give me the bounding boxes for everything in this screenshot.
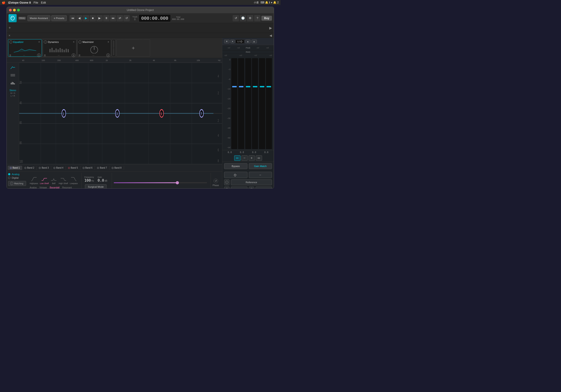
eq-list-icon[interactable]: ☰ — [9, 54, 11, 57]
dyn-s-button[interactable]: S — [72, 53, 75, 57]
style-vintage-button[interactable]: Vintage — [39, 186, 47, 189]
close-track-button[interactable]: × — [9, 34, 10, 37]
matching-button[interactable]: i Matching — [8, 181, 26, 186]
max-dots-icon[interactable]: ··· — [92, 54, 94, 57]
presets-button[interactable]: ≡ Presets — [51, 15, 67, 21]
eq-tool-spectrum[interactable] — [10, 64, 16, 71]
gain-match-button[interactable]: Gain Match — [249, 163, 272, 169]
max-info-icon[interactable]: i — [78, 41, 82, 43]
eq-close-button[interactable]: × — [38, 41, 41, 43]
minimize-button[interactable] — [13, 9, 16, 11]
output-right-l-fader[interactable] — [260, 86, 264, 87]
lowpass-filter-button[interactable]: Lowpass — [70, 176, 78, 185]
sync-button[interactable]: ↺ — [123, 15, 130, 21]
max-s-button[interactable]: S — [106, 53, 110, 57]
phase-reset-button[interactable]: ↺ — [214, 179, 218, 183]
highpass-filter-button[interactable]: Highpass — [30, 176, 38, 185]
output-left-r-fader[interactable] — [253, 86, 257, 87]
style-resonant-button[interactable]: Resonant — [62, 186, 72, 189]
band-7-button[interactable]: Band 7 — [95, 166, 109, 170]
max-close-button[interactable]: × — [107, 41, 110, 43]
play2-button[interactable]: ▶ — [97, 15, 103, 21]
surgical-mode-button[interactable]: Surgical Mode — [85, 184, 107, 189]
band-6-button[interactable]: Band 6 — [80, 166, 95, 170]
eq-tool-bars[interactable] — [10, 80, 16, 86]
codec-info-icon[interactable]: i — [224, 186, 229, 189]
band-1-label: Band 1 — [13, 167, 20, 169]
link-icon-button[interactable] — [224, 172, 248, 178]
analog-radio-button[interactable]: Analog — [8, 173, 26, 175]
buy-button[interactable]: Buy — [261, 16, 272, 21]
rewind-button[interactable]: ⏮ — [69, 15, 76, 21]
gain-slider[interactable] — [114, 182, 207, 183]
plus-button[interactable]: + — [248, 155, 255, 161]
minus-button[interactable]: − — [241, 155, 248, 161]
dither-button[interactable]: Dither — [256, 186, 272, 189]
max-list-icon[interactable]: ☰ — [78, 54, 80, 57]
digital-radio-button[interactable]: Digital — [8, 176, 26, 179]
meter-up2-button[interactable]: ▲ — [251, 40, 257, 43]
col-inf-1: -Inf — [224, 47, 233, 49]
eq-grid[interactable]: 20 40 60 80 100 4 2 2 4 6 8 — [19, 63, 222, 164]
back-button[interactable]: ◀ — [76, 15, 83, 21]
bell-filter-button[interactable]: Bell — [51, 176, 57, 185]
forward-button[interactable]: ⏭ — [110, 15, 116, 21]
pause-button[interactable]: ⏸ — [103, 15, 109, 21]
eq-dots-icon[interactable]: ··· — [23, 54, 25, 57]
style-baxandall-button[interactable]: Baxandall — [50, 186, 60, 189]
loop-button[interactable]: ⇄ — [117, 15, 123, 21]
meter-arrow-button[interactable]: ▾ — [230, 40, 235, 43]
edit-menu[interactable]: Edit — [41, 1, 46, 4]
reference-button[interactable]: Reference — [231, 179, 272, 185]
collapse-right-icon[interactable]: ◀ — [270, 34, 272, 37]
maximize-button[interactable] — [17, 9, 20, 11]
dyn-info-icon[interactable]: i — [44, 41, 47, 43]
band-8-button[interactable]: Band 8 — [109, 166, 124, 170]
add-plugin-button[interactable]: + — [116, 39, 150, 57]
band-5-button[interactable]: Band 5 — [66, 166, 80, 170]
eq-s-button[interactable]: S — [37, 53, 41, 57]
input-right-fader[interactable] — [239, 86, 243, 87]
stop-button[interactable]: ■ — [90, 15, 96, 21]
dyn-list-icon[interactable]: ☰ — [44, 54, 46, 57]
style-analog-button[interactable]: Analog — [30, 186, 37, 189]
eq-tool-lines[interactable] — [10, 72, 16, 78]
link-left-button[interactable]: ∞ — [234, 155, 240, 161]
output-right-r-fader[interactable] — [267, 86, 271, 87]
master-assistant-button[interactable]: Master Assistant — [27, 15, 51, 21]
inf-labels-row: -Inf -Inf -Inf -Inf — [222, 54, 274, 57]
add-track-button[interactable]: + — [9, 26, 11, 30]
reference-info-icon[interactable]: i — [224, 179, 229, 185]
arrows-button[interactable]: ↔ — [249, 172, 272, 178]
band-6-label: Band 6 — [86, 167, 93, 169]
expand-right-icon[interactable]: ▶ — [269, 26, 272, 30]
input-left-fader[interactable] — [232, 86, 237, 87]
help-button[interactable]: ? — [254, 15, 260, 21]
apple-menu[interactable]: 🍎 — [2, 1, 5, 4]
play-button[interactable]: ▶ — [83, 15, 89, 21]
highshelf-filter-button[interactable]: High Shelf — [59, 176, 68, 185]
dyn-dots-icon[interactable]: ··· — [58, 54, 60, 57]
undo-button[interactable]: ↺ — [233, 15, 239, 21]
band-1-button[interactable]: Band 1 — [8, 166, 22, 170]
meter-up-button[interactable]: ▲ — [245, 40, 251, 43]
file-menu[interactable]: File — [33, 1, 38, 4]
band-4-button[interactable]: Band 4 — [51, 166, 66, 170]
bypass-button[interactable]: Bypass — [224, 163, 248, 169]
band-2-button[interactable]: Band 2 — [22, 166, 37, 170]
svg-text:7: 7 — [201, 112, 202, 116]
meter-down-button[interactable]: ▼ — [224, 40, 229, 43]
eq-info-icon[interactable]: i — [9, 41, 12, 43]
history-button[interactable]: 🕐 — [240, 15, 246, 21]
settings-button[interactable]: ⚙ — [247, 15, 253, 21]
band-3-button[interactable]: Band 3 — [37, 166, 51, 170]
close-button[interactable] — [9, 9, 12, 11]
lowshelf-filter-button[interactable]: Low Shelf — [40, 176, 49, 185]
dither-info-icon[interactable]: i — [249, 186, 254, 189]
stereo-label: Stereo — [10, 89, 16, 92]
output-left-l-fader[interactable] — [246, 86, 250, 87]
dyn-close-button[interactable]: × — [72, 41, 75, 43]
codec-button[interactable]: Codec — [231, 186, 248, 189]
link-right-button[interactable]: ∞ — [256, 155, 262, 161]
track-number: 0 — [134, 18, 136, 21]
